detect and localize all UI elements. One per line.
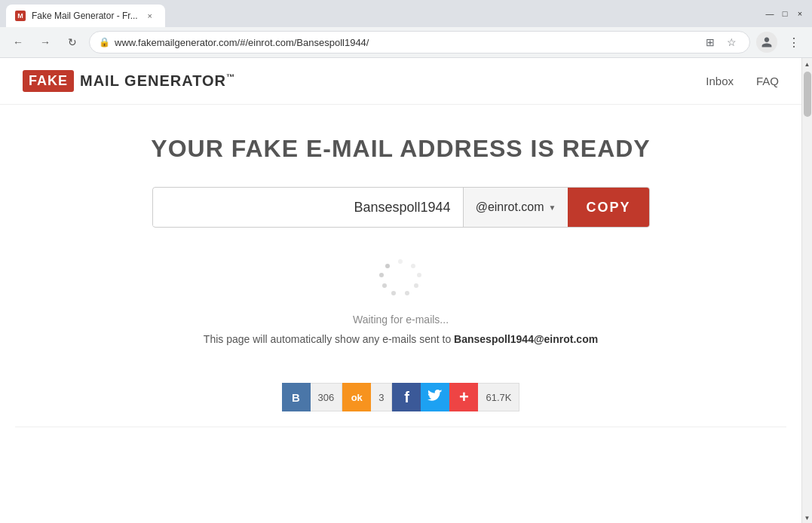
- translate-icon[interactable]: ⊞: [701, 33, 719, 51]
- auto-show-text: This page will automatically show any e-…: [204, 333, 598, 345]
- maximize-button[interactable]: □: [779, 8, 791, 20]
- loading-spinner: [378, 258, 423, 303]
- email-box: @einrot.com ▼ COPY: [152, 187, 650, 228]
- domain-text: @einrot.com: [476, 200, 544, 214]
- site-header: FAKE MAIL GENERATOR™ Inbox FAQ: [0, 58, 801, 105]
- dropdown-arrow-icon: ▼: [549, 203, 556, 212]
- scroll-track[interactable]: [802, 70, 813, 512]
- browser-content: FAKE MAIL GENERATOR™ Inbox FAQ YOUR FAKE…: [0, 58, 812, 523]
- back-button[interactable]: ←: [8, 32, 29, 53]
- scroll-thumb[interactable]: [804, 72, 811, 117]
- copy-button[interactable]: COPY: [568, 188, 648, 227]
- forward-button[interactable]: →: [35, 32, 56, 53]
- header-nav: Inbox FAQ: [706, 75, 779, 87]
- profile-button[interactable]: [756, 32, 777, 53]
- vk-count: 306: [311, 383, 343, 411]
- inbox-link[interactable]: Inbox: [706, 75, 734, 87]
- url-text: www.fakemailgenerator.com/#/einrot.com/B…: [115, 37, 697, 48]
- logo-fake: FAKE: [23, 70, 74, 92]
- ok-button[interactable]: ok: [342, 383, 371, 411]
- bookmark-icon[interactable]: ☆: [722, 33, 740, 51]
- browser-menu-button[interactable]: ⋮: [783, 32, 804, 53]
- vk-button[interactable]: В: [282, 383, 311, 411]
- page-headline: YOUR FAKE E-MAIL ADDRESS IS READY: [151, 135, 650, 163]
- social-bar: В 306 ok 3 f + 61.7K: [282, 383, 520, 411]
- faq-link[interactable]: FAQ: [756, 75, 779, 87]
- email-username-input[interactable]: [153, 189, 463, 226]
- address-actions: ⊞ ☆: [701, 33, 740, 51]
- tab-favicon: M: [15, 11, 26, 21]
- address-bar[interactable]: 🔒 www.fakemailgenerator.com/#/einrot.com…: [89, 31, 750, 54]
- highlighted-email: Bansespoll1944@einrot.com: [454, 333, 598, 345]
- main-content: YOUR FAKE E-MAIL ADDRESS IS READY @einro…: [0, 105, 801, 450]
- address-bar-row: ← → ↻ 🔒 www.fakemailgenerator.com/#/einr…: [0, 27, 812, 57]
- tab-close-button[interactable]: ×: [144, 10, 156, 22]
- logo: FAKE MAIL GENERATOR™: [23, 70, 235, 92]
- email-domain-dropdown[interactable]: @einrot.com ▼: [463, 188, 568, 227]
- scroll-up-arrow[interactable]: ▲: [802, 58, 813, 70]
- close-button[interactable]: ×: [794, 8, 806, 20]
- waiting-text: Waiting for e-mails...: [353, 313, 449, 326]
- page-area: FAKE MAIL GENERATOR™ Inbox FAQ YOUR FAKE…: [0, 58, 801, 523]
- separator: [15, 427, 786, 427]
- scrollbar[interactable]: ▲ ▼: [801, 58, 812, 523]
- scroll-down-arrow[interactable]: ▼: [802, 512, 813, 523]
- site-content: FAKE MAIL GENERATOR™ Inbox FAQ YOUR FAKE…: [0, 58, 801, 523]
- refresh-button[interactable]: ↻: [62, 32, 83, 53]
- twitter-button[interactable]: [421, 383, 449, 411]
- tab-title: Fake Mail Generator - Fr...: [32, 11, 138, 21]
- ok-count: 3: [371, 383, 392, 411]
- browser-tab[interactable]: M Fake Mail Generator - Fr... ×: [6, 5, 165, 27]
- addthis-button[interactable]: +: [449, 383, 478, 411]
- minimize-button[interactable]: —: [764, 8, 776, 20]
- lock-icon: 🔒: [99, 37, 110, 47]
- browser-chrome: M Fake Mail Generator - Fr... × — □ × ← …: [0, 0, 812, 58]
- addthis-count: 61.7K: [478, 383, 519, 411]
- logo-text: MAIL GENERATOR™: [80, 72, 235, 90]
- title-bar: M Fake Mail Generator - Fr... × — □ ×: [0, 0, 812, 27]
- facebook-button[interactable]: f: [392, 383, 421, 411]
- window-controls: — □ ×: [764, 8, 806, 20]
- spinner-area: Waiting for e-mails... This page will au…: [204, 258, 598, 345]
